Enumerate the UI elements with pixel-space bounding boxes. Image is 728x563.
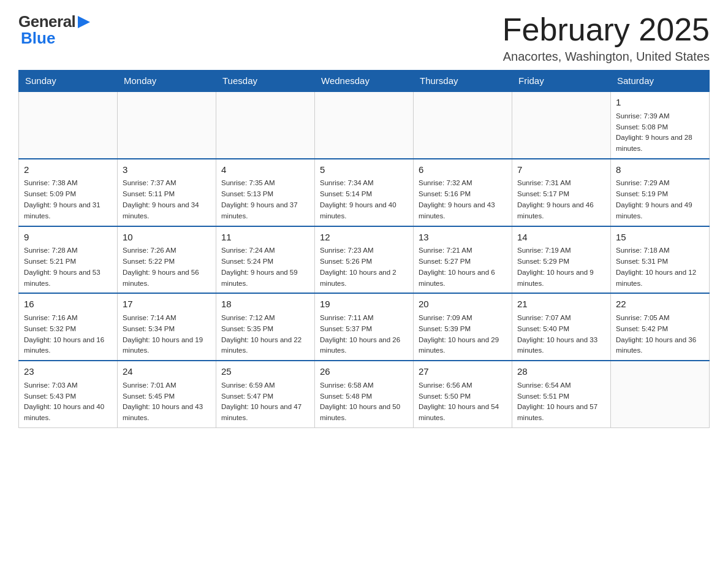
calendar-cell: 17Sunrise: 7:14 AM Sunset: 5:34 PM Dayli… [118, 293, 216, 361]
calendar-cell: 8Sunrise: 7:29 AM Sunset: 5:19 PM Daylig… [611, 159, 710, 226]
day-info: Sunrise: 7:05 AM Sunset: 5:42 PM Dayligh… [616, 313, 704, 356]
calendar-cell: 16Sunrise: 7:16 AM Sunset: 5:32 PM Dayli… [19, 293, 118, 361]
calendar-cell [611, 361, 710, 427]
calendar-table: SundayMondayTuesdayWednesdayThursdayFrid… [18, 70, 710, 428]
day-info: Sunrise: 7:37 AM Sunset: 5:11 PM Dayligh… [123, 178, 211, 221]
day-info: Sunrise: 7:35 AM Sunset: 5:13 PM Dayligh… [221, 178, 309, 221]
day-info: Sunrise: 7:34 AM Sunset: 5:14 PM Dayligh… [320, 178, 408, 221]
calendar-cell: 5Sunrise: 7:34 AM Sunset: 5:14 PM Daylig… [315, 159, 414, 226]
day-number: 14 [517, 231, 605, 245]
calendar-cell [216, 91, 315, 159]
weekday-header-sunday: Sunday [19, 71, 118, 92]
day-info: Sunrise: 7:11 AM Sunset: 5:37 PM Dayligh… [320, 313, 408, 356]
calendar-cell: 22Sunrise: 7:05 AM Sunset: 5:42 PM Dayli… [611, 293, 710, 361]
day-info: Sunrise: 7:16 AM Sunset: 5:32 PM Dayligh… [24, 313, 112, 356]
calendar-cell: 24Sunrise: 7:01 AM Sunset: 5:45 PM Dayli… [118, 361, 216, 427]
calendar-cell: 25Sunrise: 6:59 AM Sunset: 5:47 PM Dayli… [216, 361, 315, 427]
calendar-cell: 10Sunrise: 7:26 AM Sunset: 5:22 PM Dayli… [118, 226, 216, 294]
day-number: 11 [221, 231, 309, 245]
weekday-header-thursday: Thursday [414, 71, 512, 92]
day-number: 13 [419, 231, 507, 245]
calendar-cell [19, 91, 118, 159]
day-number: 15 [616, 231, 704, 245]
day-info: Sunrise: 7:39 AM Sunset: 5:08 PM Dayligh… [616, 111, 704, 155]
calendar-week-1: 1Sunrise: 7:39 AM Sunset: 5:08 PM Daylig… [19, 91, 710, 159]
calendar-week-4: 16Sunrise: 7:16 AM Sunset: 5:32 PM Dayli… [19, 293, 710, 361]
day-number: 20 [419, 297, 507, 312]
day-info: Sunrise: 7:14 AM Sunset: 5:34 PM Dayligh… [123, 313, 211, 356]
day-number: 10 [123, 231, 211, 245]
day-info: Sunrise: 7:07 AM Sunset: 5:40 PM Dayligh… [517, 313, 605, 356]
weekday-header-monday: Monday [118, 71, 216, 92]
calendar-cell [414, 91, 512, 159]
calendar-cell: 14Sunrise: 7:19 AM Sunset: 5:29 PM Dayli… [512, 226, 611, 294]
day-info: Sunrise: 7:26 AM Sunset: 5:22 PM Dayligh… [123, 245, 211, 289]
calendar-week-5: 23Sunrise: 7:03 AM Sunset: 5:43 PM Dayli… [19, 361, 710, 427]
page-header: General Blue February 2025 Anacortes, Wa… [18, 12, 710, 64]
calendar-cell: 6Sunrise: 7:32 AM Sunset: 5:16 PM Daylig… [414, 159, 512, 226]
title-block: February 2025 Anacortes, Washington, Uni… [502, 12, 710, 64]
day-number: 1 [616, 96, 704, 110]
day-info: Sunrise: 7:03 AM Sunset: 5:43 PM Dayligh… [24, 380, 112, 424]
weekday-header-tuesday: Tuesday [216, 71, 315, 92]
calendar-cell: 4Sunrise: 7:35 AM Sunset: 5:13 PM Daylig… [216, 159, 315, 226]
calendar-cell: 7Sunrise: 7:31 AM Sunset: 5:17 PM Daylig… [512, 159, 611, 226]
calendar-cell [512, 91, 611, 159]
day-info: Sunrise: 6:54 AM Sunset: 5:51 PM Dayligh… [517, 380, 605, 424]
calendar-cell: 12Sunrise: 7:23 AM Sunset: 5:26 PM Dayli… [315, 226, 414, 294]
day-info: Sunrise: 7:09 AM Sunset: 5:39 PM Dayligh… [419, 313, 507, 356]
day-number: 2 [24, 163, 112, 177]
day-number: 25 [221, 365, 309, 379]
calendar-cell: 15Sunrise: 7:18 AM Sunset: 5:31 PM Dayli… [611, 226, 710, 294]
day-number: 23 [24, 365, 112, 379]
day-number: 3 [123, 163, 211, 177]
day-number: 12 [320, 231, 408, 245]
calendar-cell: 27Sunrise: 6:56 AM Sunset: 5:50 PM Dayli… [414, 361, 512, 427]
day-number: 5 [320, 163, 408, 177]
day-info: Sunrise: 6:58 AM Sunset: 5:48 PM Dayligh… [320, 380, 408, 424]
day-number: 27 [419, 365, 507, 379]
calendar-cell: 18Sunrise: 7:12 AM Sunset: 5:35 PM Dayli… [216, 293, 315, 361]
calendar-cell: 23Sunrise: 7:03 AM Sunset: 5:43 PM Dayli… [19, 361, 118, 427]
day-info: Sunrise: 7:24 AM Sunset: 5:24 PM Dayligh… [221, 245, 309, 289]
weekday-header-saturday: Saturday [611, 71, 710, 92]
logo: General Blue [18, 12, 93, 48]
day-number: 8 [616, 163, 704, 177]
logo-blue: Blue [18, 29, 55, 48]
calendar-cell: 19Sunrise: 7:11 AM Sunset: 5:37 PM Dayli… [315, 293, 414, 361]
day-info: Sunrise: 7:32 AM Sunset: 5:16 PM Dayligh… [419, 178, 507, 221]
day-number: 7 [517, 163, 605, 177]
day-info: Sunrise: 6:56 AM Sunset: 5:50 PM Dayligh… [419, 380, 507, 424]
location-title: Anacortes, Washington, United States [502, 50, 710, 64]
day-number: 22 [616, 297, 704, 312]
calendar-cell: 11Sunrise: 7:24 AM Sunset: 5:24 PM Dayli… [216, 226, 315, 294]
day-number: 21 [517, 297, 605, 312]
calendar-cell: 9Sunrise: 7:28 AM Sunset: 5:21 PM Daylig… [19, 226, 118, 294]
calendar-week-3: 9Sunrise: 7:28 AM Sunset: 5:21 PM Daylig… [19, 226, 710, 294]
logo-arrow-icon [75, 13, 93, 31]
day-number: 19 [320, 297, 408, 312]
day-number: 9 [24, 231, 112, 245]
day-info: Sunrise: 7:19 AM Sunset: 5:29 PM Dayligh… [517, 245, 605, 289]
calendar-cell: 26Sunrise: 6:58 AM Sunset: 5:48 PM Dayli… [315, 361, 414, 427]
day-info: Sunrise: 7:29 AM Sunset: 5:19 PM Dayligh… [616, 178, 704, 221]
day-number: 17 [123, 297, 211, 312]
day-number: 16 [24, 297, 112, 312]
day-number: 4 [221, 163, 309, 177]
day-info: Sunrise: 7:18 AM Sunset: 5:31 PM Dayligh… [616, 245, 704, 289]
day-number: 26 [320, 365, 408, 379]
calendar-cell [118, 91, 216, 159]
calendar-cell: 1Sunrise: 7:39 AM Sunset: 5:08 PM Daylig… [611, 91, 710, 159]
day-number: 28 [517, 365, 605, 379]
day-number: 6 [419, 163, 507, 177]
day-info: Sunrise: 7:23 AM Sunset: 5:26 PM Dayligh… [320, 245, 408, 289]
svg-marker-0 [78, 16, 90, 28]
calendar-cell: 20Sunrise: 7:09 AM Sunset: 5:39 PM Dayli… [414, 293, 512, 361]
month-title: February 2025 [502, 12, 710, 47]
day-info: Sunrise: 7:01 AM Sunset: 5:45 PM Dayligh… [123, 380, 211, 424]
day-info: Sunrise: 7:31 AM Sunset: 5:17 PM Dayligh… [517, 178, 605, 221]
weekday-header-wednesday: Wednesday [315, 71, 414, 92]
weekday-header-friday: Friday [512, 71, 611, 92]
day-info: Sunrise: 7:21 AM Sunset: 5:27 PM Dayligh… [419, 245, 507, 289]
calendar-cell: 2Sunrise: 7:38 AM Sunset: 5:09 PM Daylig… [19, 159, 118, 226]
